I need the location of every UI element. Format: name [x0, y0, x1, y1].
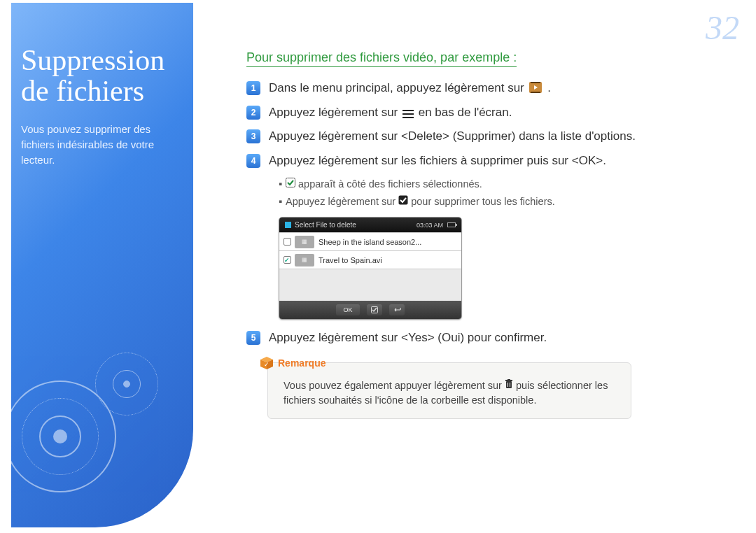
mock-empty-area	[279, 269, 461, 301]
step-2: 2 Appuyez légèrement sur en bas de l'écr…	[246, 104, 729, 122]
svg-rect-18	[510, 383, 510, 387]
title-line-2: de fichiers	[21, 75, 144, 107]
step-badge-5: 5	[246, 331, 260, 345]
decorative-circles	[11, 367, 158, 506]
svg-rect-14	[506, 381, 512, 388]
step-1-text: Dans le menu principal, appuyez légèreme…	[269, 80, 551, 97]
step-4-sublist: ▪ apparaît à côté des fichiers sélection…	[279, 177, 729, 211]
thumbnail-icon: ▦	[295, 254, 314, 266]
battery-icon	[447, 222, 456, 227]
checked-box-icon	[286, 178, 295, 187]
checkbox-unchecked-icon[interactable]	[284, 238, 291, 246]
sidebar: Suppression de fichiers Vous pouvez supp…	[11, 3, 193, 527]
mock-row-2-label: Travel to Spain.avi	[318, 256, 382, 264]
title-line-1: Suppression	[21, 44, 164, 76]
sidebar-desc: Vous pouvez supprimer des fichiers indés…	[21, 122, 176, 167]
checkbox-checked-icon[interactable]	[284, 256, 291, 264]
svg-rect-5	[402, 113, 414, 115]
step-badge-4: 4	[246, 154, 260, 168]
mock-title: Select File to delete	[295, 221, 356, 229]
svg-rect-2	[531, 92, 540, 93]
svg-rect-6	[402, 117, 414, 118]
mock-clock: 03:03 AM	[416, 222, 443, 229]
mock-row-1[interactable]: ▦ Sheep in the island season2...	[279, 232, 461, 250]
mock-titlebar: Select File to delete 03:03 AM	[279, 218, 461, 232]
svg-rect-16	[507, 379, 510, 380]
step-2-text: Appuyez légèrement sur en bas de l'écran…	[269, 104, 512, 122]
note-box: ✓ Remarque Vous pouvez également appuyer…	[267, 362, 631, 420]
note-text: Vous pouvez également appuyer légèrement…	[284, 378, 621, 409]
trash-icon	[505, 379, 513, 389]
mock-row-2[interactable]: ▦ Travel to Spain.avi	[279, 250, 461, 269]
page-number: 32	[706, 8, 739, 47]
svg-rect-7	[286, 178, 295, 187]
svg-text:✓: ✓	[264, 361, 270, 368]
svg-rect-15	[505, 380, 512, 381]
step-1: 1 Dans le menu principal, appuyez légère…	[246, 80, 729, 97]
thumbnail-icon: ▦	[295, 236, 314, 248]
step-4-text: Appuyez légèrement sur les fichiers à su…	[269, 152, 606, 170]
main-content: Pour supprimer des fichiers vidéo, par e…	[246, 50, 729, 419]
video-player-icon	[528, 81, 542, 94]
mock-selectall-button[interactable]	[367, 304, 382, 315]
step-5-text: Appuyez légèrement sur <Yes> (Oui) pour …	[269, 329, 547, 347]
note-cube-icon: ✓	[260, 356, 274, 370]
sub-bullet-1: ▪ apparaît à côté des fichiers sélection…	[279, 177, 729, 192]
svg-rect-17	[507, 383, 508, 387]
page-root: 32 Suppression de fichiers Vous pouvez s…	[0, 0, 756, 533]
step-3: 3 Appuyez légèrement sur <Delete> (Suppr…	[246, 128, 729, 145]
step-3-text: Appuyez légèrement sur <Delete> (Supprim…	[269, 128, 636, 145]
svg-rect-4	[402, 110, 414, 111]
step-badge-3: 3	[246, 129, 260, 143]
step-badge-2: 2	[246, 106, 260, 120]
window-indicator-icon	[285, 222, 291, 228]
device-screenshot: Select File to delete 03:03 AM ▦ Sheep i…	[279, 217, 462, 320]
step-5: 5 Appuyez légèrement sur <Yes> (Oui) pou…	[246, 329, 729, 347]
select-all-icon	[398, 195, 408, 205]
sub-bullet-2: ▪ Appuyez légèrement sur pour supprimer …	[279, 194, 729, 210]
mock-footer-bar: OK	[279, 301, 461, 319]
step-4: 4 Appuyez légèrement sur les fichiers à …	[246, 152, 729, 170]
mock-ok-button[interactable]: OK	[336, 304, 360, 315]
sidebar-title: Suppression de fichiers	[21, 45, 176, 106]
step-badge-1: 1	[246, 81, 260, 95]
svg-rect-1	[531, 82, 540, 83]
mock-back-button[interactable]	[389, 304, 405, 315]
menu-bars-icon	[402, 110, 414, 118]
svg-rect-8	[399, 196, 408, 205]
section-heading: Pour supprimer des fichiers vidéo, par e…	[246, 50, 517, 67]
mock-row-1-label: Sheep in the island season2...	[318, 238, 421, 246]
note-label: Remarque	[278, 357, 326, 369]
